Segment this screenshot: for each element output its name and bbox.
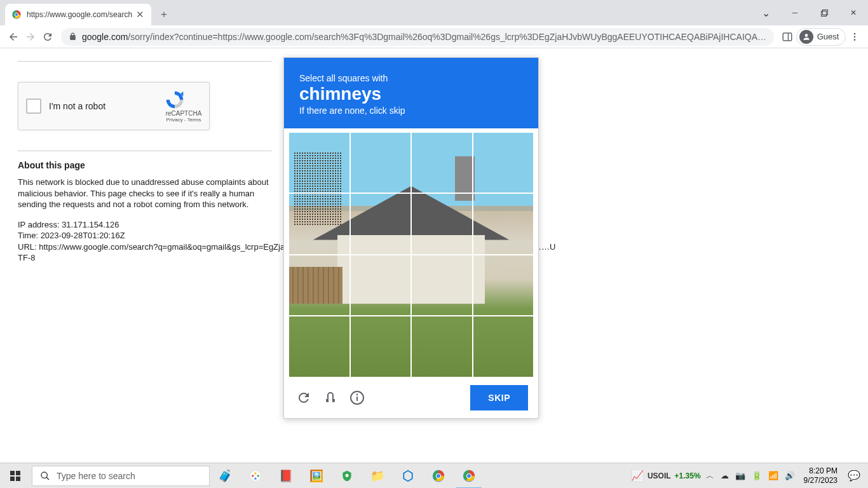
stock-ticker[interactable]: 📈 USOIL +1.35% — [631, 470, 701, 482]
chrome-icon[interactable] — [423, 463, 454, 489]
captcha-tile[interactable] — [288, 316, 350, 377]
svg-point-15 — [356, 393, 358, 395]
ticker-symbol: USOIL — [648, 471, 671, 480]
taskbar-app-icon[interactable] — [332, 463, 362, 489]
battery-icon[interactable]: 🔋 — [750, 471, 763, 480]
svg-rect-19 — [16, 477, 20, 481]
taskbar-app-icon[interactable] — [240, 463, 271, 489]
captcha-tile[interactable] — [350, 193, 412, 255]
divider — [18, 151, 272, 151]
info-icon[interactable] — [348, 388, 367, 407]
svg-point-23 — [252, 475, 254, 477]
forward-button[interactable] — [22, 28, 39, 46]
captcha-tile[interactable] — [411, 132, 473, 194]
side-panel-icon[interactable] — [779, 28, 796, 46]
captcha-tile[interactable] — [473, 193, 534, 255]
reload-challenge-icon[interactable] — [294, 388, 313, 407]
svg-line-21 — [46, 477, 49, 480]
captcha-hint: If there are none, click skip — [299, 105, 523, 116]
clock-time: 8:20 PM — [804, 466, 837, 475]
browser-tab[interactable]: https://www.google.com/search ✕ — [5, 4, 151, 25]
search-placeholder: Type here to search — [57, 471, 135, 481]
ticker-change: +1.35% — [675, 471, 701, 480]
minimize-button[interactable]: ─ — [780, 0, 810, 25]
svg-point-20 — [41, 472, 47, 478]
address-bar[interactable]: google.com/sorry/index?continue=https://… — [61, 28, 774, 46]
captcha-tile[interactable] — [473, 316, 534, 377]
start-button[interactable] — [0, 463, 31, 489]
browser-nav-bar: google.com/sorry/index?continue=https://… — [0, 25, 868, 48]
svg-point-3 — [15, 13, 18, 16]
recaptcha-widget: I'm not a robot reCAPTCHA Privacy - Term… — [18, 82, 210, 130]
window-controls: ⌄ ─ ✕ — [751, 0, 868, 25]
taskbar-app-icon[interactable]: 📕 — [271, 463, 301, 489]
captcha-tile[interactable] — [350, 316, 412, 377]
wifi-icon[interactable]: 📶 — [767, 471, 780, 480]
captcha-tile[interactable] — [411, 193, 473, 255]
meet-now-icon[interactable]: 📷 — [734, 471, 747, 480]
taskbar-search[interactable]: Type here to search — [32, 466, 210, 486]
new-tab-button[interactable]: + — [155, 6, 173, 24]
file-explorer-icon[interactable]: 📁 — [362, 463, 393, 489]
svg-point-26 — [254, 477, 256, 479]
notifications-icon[interactable]: 💬 — [845, 470, 863, 482]
captcha-tile[interactable] — [411, 316, 473, 377]
close-tab-icon[interactable]: ✕ — [135, 10, 145, 20]
close-window-button[interactable]: ✕ — [839, 0, 868, 25]
svg-point-24 — [254, 472, 256, 474]
skip-button[interactable]: SKIP — [470, 385, 528, 410]
captcha-tile[interactable] — [288, 193, 350, 255]
captcha-tile[interactable] — [473, 255, 534, 316]
captcha-tile[interactable] — [473, 132, 534, 194]
google-favicon — [11, 10, 22, 20]
captcha-grid — [288, 132, 534, 377]
search-icon — [40, 471, 50, 481]
profile-chip[interactable]: Guest — [796, 28, 846, 46]
back-button[interactable] — [5, 28, 22, 46]
svg-point-27 — [346, 473, 349, 477]
svg-marker-28 — [403, 470, 412, 481]
terms-link[interactable]: Terms — [187, 117, 201, 123]
taskbar-app-icon[interactable]: 🧳 — [210, 463, 240, 489]
captcha-instruction: Select all squares with — [299, 73, 523, 83]
captcha-header: Select all squares with chimneys If ther… — [284, 58, 538, 128]
windows-taskbar: Type here to search 🧳 📕 🖼️ 📁 📈 USOIL +1.… — [0, 463, 868, 488]
menu-button[interactable] — [846, 28, 863, 46]
tray-chevron-icon[interactable]: ︿ — [705, 470, 715, 482]
tab-title: https://www.google.com/search — [27, 10, 135, 19]
avatar-icon — [799, 30, 813, 44]
chrome-icon[interactable] — [454, 463, 484, 489]
chevron-down-icon[interactable]: ⌄ — [751, 0, 780, 25]
captcha-challenge: Select all squares with chimneys If ther… — [283, 57, 539, 419]
captcha-tile[interactable] — [288, 255, 350, 316]
audio-challenge-icon[interactable] — [321, 388, 340, 407]
recaptcha-brand: reCAPTCHA — [165, 110, 203, 117]
volume-icon[interactable]: 🔊 — [783, 471, 796, 480]
captcha-footer: SKIP — [284, 377, 538, 418]
privacy-link[interactable]: Privacy — [166, 117, 183, 123]
taskbar-app-icon[interactable]: 🖼️ — [301, 463, 332, 489]
captcha-tile[interactable] — [411, 255, 473, 316]
reload-button[interactable] — [39, 28, 56, 46]
taskbar-app-icon[interactable] — [393, 463, 423, 489]
captcha-target: chimneys — [299, 85, 523, 104]
recaptcha-checkbox[interactable] — [26, 98, 41, 114]
svg-rect-14 — [356, 396, 358, 401]
recaptcha-links: Privacy - Terms — [165, 117, 203, 123]
lock-icon — [69, 32, 77, 41]
svg-rect-18 — [10, 477, 15, 481]
maximize-button[interactable] — [810, 0, 839, 25]
svg-rect-16 — [10, 471, 15, 475]
taskbar-clock[interactable]: 8:20 PM 9/27/2023 — [800, 466, 841, 485]
browser-tab-strip: https://www.google.com/search ✕ + ⌄ ─ ✕ — [0, 0, 868, 25]
captcha-tile[interactable] — [350, 132, 412, 194]
onedrive-icon[interactable]: ☁ — [719, 471, 730, 480]
svg-rect-5 — [822, 10, 827, 15]
recaptcha-icon — [165, 90, 203, 110]
captcha-tile[interactable] — [350, 255, 412, 316]
svg-rect-17 — [16, 471, 20, 475]
taskbar-pinned: 🧳 📕 🖼️ 📁 — [210, 463, 484, 489]
svg-point-31 — [437, 474, 440, 478]
clock-date: 9/27/2023 — [804, 476, 837, 485]
captcha-tile[interactable] — [288, 132, 350, 194]
